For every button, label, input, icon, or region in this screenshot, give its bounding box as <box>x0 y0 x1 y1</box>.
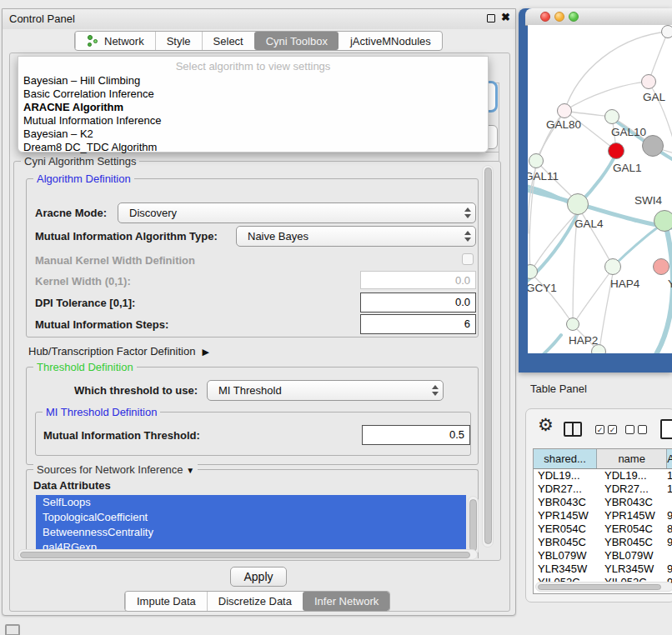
network-edge[interactable] <box>574 268 613 322</box>
network-node-label: HAP4 <box>610 278 639 290</box>
network-node-label: GAL4 <box>574 218 604 230</box>
table-column-header[interactable]: name <box>597 449 667 468</box>
table-horizontal-scrollbar[interactable] <box>535 582 672 592</box>
mi-threshold-input[interactable]: 0.5 <box>362 425 470 445</box>
algorithm-option[interactable]: Basic Correlation Inference <box>22 88 484 101</box>
network-edge[interactable] <box>614 223 663 265</box>
threshold-definition-group: Threshold Definition Which threshold to … <box>26 367 479 465</box>
network-node[interactable] <box>642 135 664 157</box>
deselect-all-icon[interactable] <box>625 425 647 434</box>
network-node[interactable] <box>591 344 606 353</box>
algorithm-option[interactable]: Bayesian – K2 <box>22 128 484 141</box>
network-node[interactable] <box>604 258 621 275</box>
mi-algorithm-type-combobox[interactable]: Naive Bayes <box>236 226 476 247</box>
network-edge[interactable] <box>633 227 672 353</box>
algorithm-option-label: Bayesian – K2 <box>23 128 93 140</box>
table-row[interactable]: YLR345W YLR345W 9. <box>534 562 672 576</box>
close-icon[interactable]: ✖ <box>501 11 510 23</box>
network-node[interactable] <box>608 142 624 159</box>
table-row[interactable]: YDR27... YDR27... 12 <box>534 482 672 496</box>
network-canvas[interactable]: GALGAL80GAL10GAL1GAL11GAL4SWI4GCY1HAP4YH… <box>528 25 672 353</box>
kernel-width-input[interactable]: 0.0 <box>360 271 476 289</box>
network-node[interactable] <box>566 318 579 331</box>
which-threshold-value: MI Threshold <box>208 384 428 397</box>
table-row[interactable]: YBR045C YBR045C 9. <box>534 536 672 549</box>
table-row[interactable]: YBL079W YBL079W <box>534 549 672 562</box>
table-body: YDL19... YDL19... 13 YDR27... YDR27... 1… <box>534 469 672 589</box>
network-node[interactable] <box>641 74 656 89</box>
data-attribute-item[interactable]: SelfLoops <box>36 495 466 510</box>
apply-button[interactable]: Apply <box>230 567 287 587</box>
minimized-panel-icon[interactable] <box>5 624 20 635</box>
tab-label: Discretize Data <box>218 595 292 608</box>
table-row[interactable]: YDL19... YDL19... 13 <box>534 469 672 482</box>
settings-vertical-scrollbar[interactable] <box>482 165 494 548</box>
table-panel: ⚙ ✓✓ shared... name A YDL19... YDL19... <box>525 408 672 602</box>
select-all-icon[interactable]: ✓✓ <box>595 425 617 434</box>
network-node[interactable] <box>529 153 544 168</box>
tab[interactable]: Infer Network <box>303 592 389 611</box>
network-node-label: GAL1 <box>613 162 642 174</box>
control-panel-title: Control Panel <box>9 12 75 25</box>
network-edge[interactable] <box>528 335 561 353</box>
algorithm-option[interactable]: Bayesian – Hill Climbing <box>22 74 484 88</box>
aracne-mode-value: Discovery <box>118 207 460 219</box>
network-edge[interactable] <box>578 206 612 265</box>
network-node[interactable] <box>557 103 572 118</box>
dpi-tolerance-input[interactable]: 0.0 <box>360 292 476 312</box>
aracne-mode-combobox[interactable]: Discovery <box>118 202 476 223</box>
algorithm-option[interactable]: Mutual Information Inference <box>22 114 484 128</box>
minimize-traffic-light-icon[interactable] <box>554 12 564 22</box>
tab[interactable]: Style <box>155 32 202 50</box>
data-attributes-list: SelfLoopsTopologicalCoefficientBetweenne… <box>36 495 466 555</box>
network-node[interactable] <box>567 193 589 215</box>
network-node[interactable] <box>661 25 672 38</box>
network-edge[interactable] <box>564 82 649 111</box>
attribute-list-scrollbar[interactable] <box>468 496 479 556</box>
algorithm-option[interactable]: ARACNE Algorithm <box>22 101 484 114</box>
close-traffic-light-icon[interactable] <box>540 12 550 22</box>
network-node[interactable] <box>653 258 669 275</box>
tab-label: Cyni Toolbox <box>266 35 328 48</box>
table-row[interactable]: YER054C YER054C 8. <box>534 522 672 536</box>
sources-legend[interactable]: Sources for Network Inference ▼ <box>33 463 198 476</box>
algorithm-option[interactable]: Dream8 DC_TDC Algorithm <box>22 141 484 154</box>
data-attribute-item[interactable]: TopologicalCoefficient <box>36 510 466 525</box>
columns-icon[interactable] <box>564 422 582 437</box>
network-edge[interactable] <box>532 210 579 270</box>
tab-label: Select <box>213 35 243 48</box>
zoom-traffic-light-icon[interactable] <box>569 12 579 22</box>
mi-threshold-label: Mutual Information Threshold: <box>43 429 200 442</box>
tab[interactable]: Impute Data <box>125 592 207 611</box>
tab[interactable]: Discretize Data <box>207 592 303 611</box>
network-node[interactable] <box>654 210 672 232</box>
settings-horizontal-scrollbar[interactable] <box>18 549 478 560</box>
network-view-window: GALGAL80GAL10GAL1GAL11GAL4SWI4GCY1HAP4YH… <box>519 8 672 372</box>
file-icon[interactable] <box>660 419 672 439</box>
data-attribute-item[interactable]: BetweennessCentrality <box>36 525 466 540</box>
combobox-arrows-icon <box>428 385 443 396</box>
algorithm-option-label: Bayesian – Hill Climbing <box>23 74 140 87</box>
dpi-tolerance-label: DPI Tolerance [0,1]: <box>35 297 135 309</box>
manual-kernel-width-checkbox[interactable] <box>462 253 474 265</box>
hub-definition-toggle[interactable]: Hub/Transcription Factor Definition▶ <box>28 345 209 358</box>
tab[interactable]: Network <box>75 32 155 50</box>
which-threshold-combobox[interactable]: MI Threshold <box>207 380 444 401</box>
network-node[interactable] <box>604 109 619 124</box>
mi-steps-input[interactable]: 6 <box>360 314 476 334</box>
table-row[interactable]: YPR145W YPR145W 9. <box>534 509 672 522</box>
table-column-header[interactable]: shared... <box>534 449 597 468</box>
combobox-arrows-icon <box>460 231 475 242</box>
mi-steps-label: Mutual Information Steps: <box>35 318 168 331</box>
cyni-settings-legend: Cyni Algorithm Settings <box>21 155 139 168</box>
network-window-titlebar[interactable] <box>525 8 672 26</box>
table-row[interactable]: YBR043C YBR043C <box>534 496 672 509</box>
tab[interactable]: jActiveMNodules <box>339 32 442 50</box>
gear-icon[interactable]: ⚙ <box>538 415 554 435</box>
tab[interactable]: Select <box>202 32 254 50</box>
float-window-icon[interactable] <box>487 14 495 22</box>
algorithm-definition-legend: Algorithm Definition <box>33 172 134 185</box>
tab[interactable]: Cyni Toolbox <box>254 32 339 50</box>
table-column-header[interactable]: A <box>667 449 672 468</box>
network-node-label: GAL <box>643 91 665 103</box>
